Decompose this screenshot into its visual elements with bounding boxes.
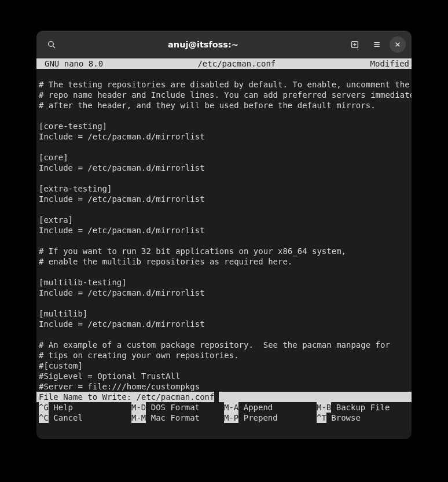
editor-line (39, 204, 409, 215)
editor-line: Include = /etc/pacman.d/mirrorlist (39, 131, 409, 142)
shortcut-label: Prepend (238, 413, 277, 423)
shortcut-cell[interactable]: ^T Browse (317, 413, 409, 423)
editor-line: # If you want to run 32 bit applications… (39, 246, 409, 256)
shortcut-cell[interactable]: M-A Append (224, 402, 317, 413)
editor-line: Include = /etc/pacman.d/mirrorlist (39, 194, 409, 204)
shortcut-key: ^T (317, 413, 326, 423)
shortcut-key: ^G (39, 402, 49, 413)
cursor-gap (214, 392, 219, 402)
editor-line (39, 173, 409, 183)
new-tab-icon[interactable] (346, 35, 364, 54)
shortcut-cell[interactable]: ^C Cancel (39, 413, 131, 423)
shortcut-label: Backup File (331, 402, 390, 413)
shortcut-label: Cancel (49, 413, 83, 423)
editor-line: Include = /etc/pacman.d/mirrorlist (39, 288, 409, 298)
nano-filename: /etc/pacman.conf (103, 58, 370, 69)
editor-line: Include = /etc/pacman.d/mirrorlist (39, 225, 409, 236)
window-title: anuj@itsfoss:~ (61, 40, 346, 49)
shortcut-cell[interactable]: M-B Backup File (317, 402, 409, 413)
editor-line: # after the header, and they will be use… (39, 100, 409, 111)
terminal-window: anuj@itsfoss:~ GNU nano 8.0 /etc/pacman.… (36, 31, 412, 439)
shortcut-rows: ^G HelpM-D DOS FormatM-A AppendM-B Backu… (36, 402, 412, 423)
write-filename-label: File Name to Write: (39, 392, 137, 402)
shortcut-label: Help (49, 402, 73, 413)
shortcut-key: M-D (131, 402, 146, 413)
editor-line: [core] (39, 152, 409, 163)
editor-line (39, 329, 409, 340)
editor-line (39, 111, 409, 121)
editor-line: [multilib-testing] (39, 277, 409, 288)
editor-line: Include = /etc/pacman.d/mirrorlist (39, 319, 409, 329)
editor-line (39, 69, 409, 79)
editor-line: [core-testing] (39, 121, 409, 131)
editor-line: #[custom] (39, 360, 409, 371)
nano-status: Modified (370, 58, 409, 69)
close-icon[interactable] (390, 36, 406, 53)
nano-header: GNU nano 8.0 /etc/pacman.conf Modified (36, 58, 412, 69)
shortcut-cell[interactable]: M-M Mac Format (131, 413, 224, 423)
editor-line: #SigLevel = Optional TrustAll (39, 371, 409, 381)
shortcut-cell[interactable]: M-P Prepend (224, 413, 317, 423)
shortcut-key: M-B (317, 402, 331, 413)
svg-point-0 (49, 42, 54, 47)
editor-line: # enable the multilib repositories as re… (39, 256, 409, 267)
shortcut-label: Mac Format (146, 413, 200, 423)
shortcut-cell[interactable]: M-D DOS Format (131, 402, 224, 413)
write-filename-bar[interactable]: File Name to Write: /etc/pacman.conf (36, 392, 412, 402)
editor-line (39, 142, 409, 152)
shortcut-row: ^G HelpM-D DOS FormatM-A AppendM-B Backu… (39, 402, 412, 413)
write-filename-input[interactable]: /etc/pacman.conf (137, 392, 215, 402)
shortcut-row: ^C CancelM-M Mac FormatM-P Prepend^T Bro… (39, 413, 412, 423)
editor-line (39, 236, 409, 246)
editor-line: # repo name header and Include lines. Yo… (39, 90, 409, 100)
shortcut-cell[interactable]: ^G Help (39, 402, 131, 413)
editor-line: # tips on creating your own repositories… (39, 350, 409, 360)
shortcut-label: DOS Format (146, 402, 200, 413)
search-icon[interactable] (42, 35, 61, 54)
editor-line: Include = /etc/pacman.d/mirrorlist (39, 163, 409, 173)
shortcut-key: M-M (131, 413, 146, 423)
editor-line: [extra] (39, 215, 409, 225)
editor-line: # The testing repositories are disabled … (39, 79, 409, 90)
svg-line-1 (53, 46, 55, 48)
editor-line: [extra-testing] (39, 183, 409, 194)
nano-app-name: GNU nano 8.0 (45, 58, 103, 69)
shortcut-key: ^C (39, 413, 49, 423)
terminal-content[interactable]: GNU nano 8.0 /etc/pacman.conf Modified #… (36, 58, 412, 439)
editor-line (39, 267, 409, 277)
shortcut-key: M-P (224, 413, 238, 423)
editor-body[interactable]: # The testing repositories are disabled … (36, 69, 412, 392)
editor-line: #Server = file:///home/custompkgs (39, 381, 409, 392)
editor-line: [multilib] (39, 308, 409, 319)
shortcut-label: Browse (326, 413, 361, 423)
menu-icon[interactable] (368, 35, 386, 54)
titlebar: anuj@itsfoss:~ (36, 31, 412, 58)
shortcut-key: M-A (224, 402, 238, 413)
nano-footer: File Name to Write: /etc/pacman.conf ^G … (36, 392, 412, 423)
shortcut-label: Append (238, 402, 273, 413)
editor-line (39, 298, 409, 308)
editor-line: # An example of a custom package reposit… (39, 340, 409, 350)
